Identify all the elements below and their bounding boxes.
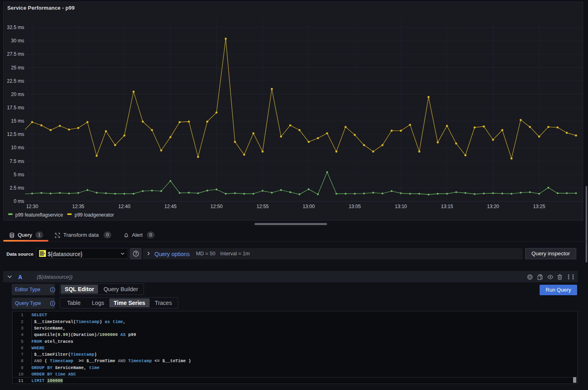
svg-text:12:40: 12:40 xyxy=(118,204,130,209)
svg-text:12.5 ms: 12.5 ms xyxy=(7,131,24,137)
svg-text:17.5 ms: 17.5 ms xyxy=(7,105,24,111)
svg-text:13:20: 13:20 xyxy=(487,204,499,209)
svg-text:10 ms: 10 ms xyxy=(11,145,24,150)
svg-text:2.5 ms: 2.5 ms xyxy=(10,185,24,191)
svg-text:12:45: 12:45 xyxy=(165,204,177,209)
svg-text:12:30: 12:30 xyxy=(26,204,38,209)
svg-text:30 ms: 30 ms xyxy=(11,38,24,44)
svg-text:13:00: 13:00 xyxy=(302,204,315,209)
svg-text:p99 loadgenerator: p99 loadgenerator xyxy=(75,212,114,218)
svg-text:20 ms: 20 ms xyxy=(11,92,24,97)
svg-text:13:25: 13:25 xyxy=(533,204,545,209)
svg-text:22.5 ms: 22.5 ms xyxy=(7,78,24,84)
svg-text:12:35: 12:35 xyxy=(72,204,84,209)
svg-text:p99 featureflagservice: p99 featureflagservice xyxy=(15,212,63,218)
svg-text:12:50: 12:50 xyxy=(211,204,223,209)
svg-text:13:15: 13:15 xyxy=(441,204,453,209)
svg-text:0 ms: 0 ms xyxy=(14,198,24,204)
svg-text:12:55: 12:55 xyxy=(256,204,269,209)
svg-text:27.5 ms: 27.5 ms xyxy=(7,51,24,57)
svg-text:32.5 ms: 32.5 ms xyxy=(7,25,24,30)
svg-text:13:10: 13:10 xyxy=(395,204,407,209)
svg-text:5 ms: 5 ms xyxy=(14,172,24,177)
svg-text:25 ms: 25 ms xyxy=(11,65,24,71)
svg-text:13:05: 13:05 xyxy=(349,204,361,209)
svg-text:15 ms: 15 ms xyxy=(11,118,24,124)
svg-text:7.5 ms: 7.5 ms xyxy=(10,159,24,164)
